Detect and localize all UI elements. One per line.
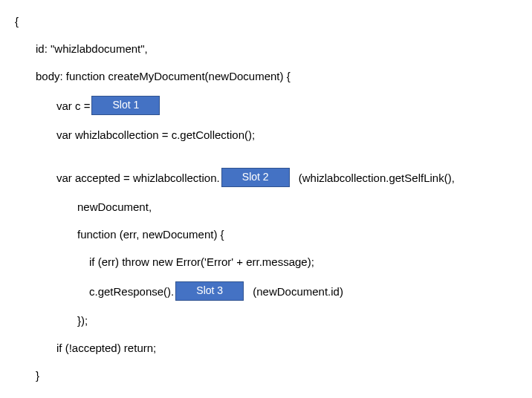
- code-line: var whizlabcollection = c.getCollection(…: [15, 127, 517, 143]
- code-text: c.getResponse().: [89, 284, 174, 299]
- code-text: newDocument,: [77, 199, 152, 215]
- code-text: }: [36, 368, 39, 383]
- code-text: id: "whizlabdocument",: [36, 41, 148, 56]
- code-text: body: function createMyDocument(newDocum…: [36, 68, 291, 84]
- code-text: if (err) throw new Error('Error' + err.m…: [89, 254, 314, 270]
- code-line: });: [15, 313, 517, 328]
- code-line: if (!accepted) return;: [15, 340, 517, 356]
- code-line: {: [15, 13, 517, 29]
- code-text: var whizlabcollection = c.getCollection(…: [56, 127, 255, 143]
- code-text: (newDocument.id): [253, 284, 343, 299]
- code-line: var accepted = whizlabcollection. Slot 2…: [15, 168, 517, 187]
- code-text: }: [15, 395, 19, 398]
- slot-3[interactable]: Slot 3: [175, 281, 244, 301]
- code-text: function (err, newDocument) {: [77, 226, 224, 242]
- code-text: (whizlabcollection.getSelfLink(),: [299, 170, 455, 186]
- code-line: body: function createMyDocument(newDocum…: [15, 68, 517, 84]
- slot-2[interactable]: Slot 2: [221, 168, 290, 187]
- code-line: }: [15, 368, 517, 383]
- code-line: if (err) throw new Error('Error' + err.m…: [15, 254, 517, 270]
- code-text: var accepted = whizlabcollection.: [56, 170, 220, 186]
- code-block: { id: "whizlabdocument", body: function …: [15, 13, 517, 398]
- code-line: id: "whizlabdocument",: [15, 41, 517, 56]
- code-line: c.getResponse(). Slot 3 (newDocument.id): [15, 281, 517, 301]
- code-line: }: [15, 395, 517, 398]
- code-text: if (!accepted) return;: [56, 340, 156, 356]
- code-line: newDocument,: [15, 199, 517, 215]
- code-text: });: [77, 313, 88, 328]
- code-line: function (err, newDocument) {: [15, 226, 517, 242]
- code-text: var c =: [56, 98, 90, 114]
- code-line: var c = Slot 1: [15, 96, 517, 115]
- code-text: {: [15, 13, 19, 29]
- slot-1[interactable]: Slot 1: [91, 96, 160, 115]
